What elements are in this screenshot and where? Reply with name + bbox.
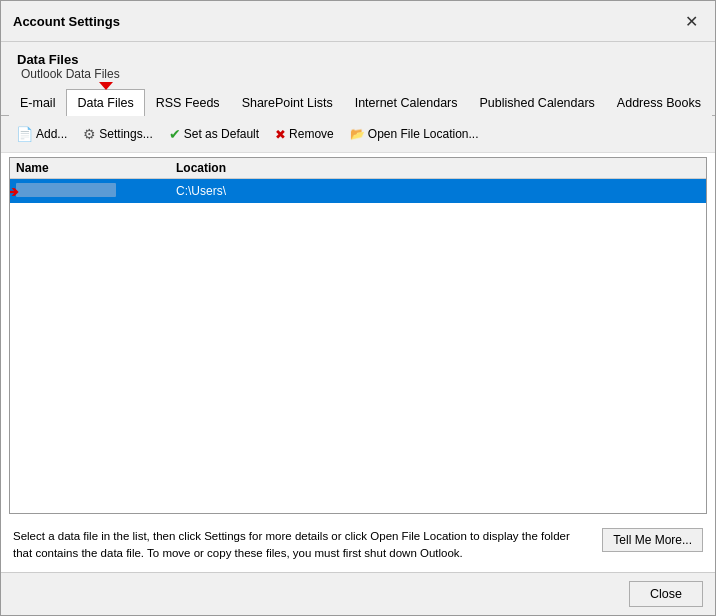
dialog-footer: Close — [1, 572, 715, 615]
status-bar: Select a data file in the list, then cli… — [1, 518, 715, 573]
tab-internet-calendars[interactable]: Internet Calendars — [344, 89, 469, 116]
data-files-table: Name Location ➔ C:\Users\ — [9, 157, 707, 514]
settings-label: Settings... — [99, 127, 152, 141]
toolbar: 📄 Add... ⚙ Settings... ✔ Set as Default … — [1, 116, 715, 153]
row-arrow-icon: ➔ — [9, 183, 19, 201]
window-close-button[interactable]: ✕ — [679, 9, 703, 33]
settings-icon: ⚙ — [83, 126, 96, 142]
tabs-bar: E-mail Data Files RSS Feeds SharePoint L… — [1, 89, 715, 116]
table-row[interactable]: C:\Users\ — [10, 179, 706, 203]
add-button[interactable]: 📄 Add... — [9, 122, 74, 146]
settings-button[interactable]: ⚙ Settings... — [76, 122, 159, 146]
title-bar: Account Settings ✕ — [1, 1, 715, 42]
checkmark-icon: ✔ — [169, 126, 181, 142]
tab-sharepoint-lists[interactable]: SharePoint Lists — [231, 89, 344, 116]
col-name-header: Name — [16, 161, 176, 175]
table-row-wrapper: ➔ C:\Users\ — [10, 179, 706, 203]
set-default-button[interactable]: ✔ Set as Default — [162, 122, 266, 146]
open-file-location-label: Open File Location... — [368, 127, 479, 141]
tab-data-files[interactable]: Data Files — [66, 89, 144, 116]
row-name — [16, 183, 176, 200]
close-dialog-button[interactable]: Close — [629, 581, 703, 607]
account-settings-dialog: Account Settings ✕ Data Files Outlook Da… — [0, 0, 716, 616]
tab-address-books[interactable]: Address Books — [606, 89, 712, 116]
folder-icon: 📂 — [350, 127, 365, 141]
remove-icon: ✖ — [275, 127, 286, 142]
add-icon: 📄 — [16, 126, 33, 142]
row-location: C:\Users\ — [176, 184, 700, 198]
name-highlight — [16, 183, 116, 197]
remove-button[interactable]: ✖ Remove — [268, 123, 341, 146]
section-subtitle: Outlook Data Files — [17, 67, 699, 81]
tab-email[interactable]: E-mail — [9, 89, 66, 116]
tell-me-more-button[interactable]: Tell Me More... — [602, 528, 703, 552]
col-location-header: Location — [176, 161, 700, 175]
add-label: Add... — [36, 127, 67, 141]
open-file-location-button[interactable]: 📂 Open File Location... — [343, 123, 486, 145]
main-content: 📄 Add... ⚙ Settings... ✔ Set as Default … — [1, 116, 715, 572]
set-default-label: Set as Default — [184, 127, 259, 141]
table-body: ➔ C:\Users\ — [10, 179, 706, 203]
tab-rss-feeds[interactable]: RSS Feeds — [145, 89, 231, 116]
tab-published-calendars[interactable]: Published Calendars — [469, 89, 606, 116]
remove-label: Remove — [289, 127, 334, 141]
status-text: Select a data file in the list, then cli… — [13, 528, 590, 563]
dialog-title: Account Settings — [13, 14, 120, 29]
table-header: Name Location — [10, 158, 706, 179]
section-title: Data Files — [17, 52, 699, 67]
